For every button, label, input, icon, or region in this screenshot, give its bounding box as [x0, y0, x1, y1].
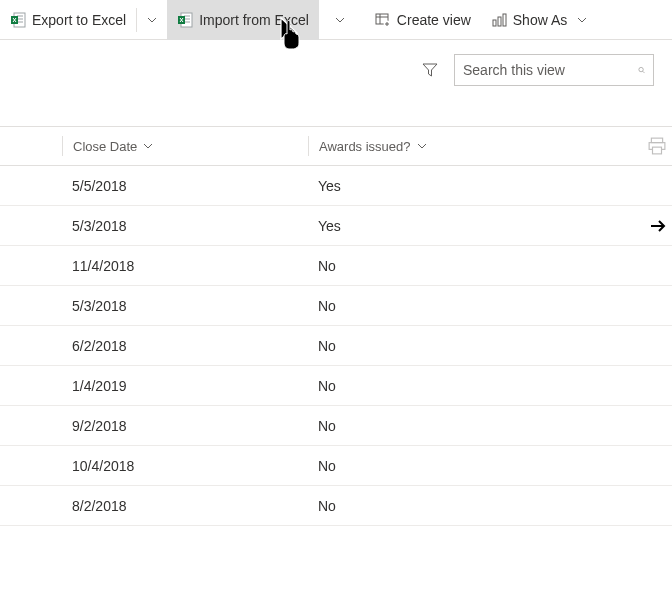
filter-button[interactable]: [418, 58, 442, 82]
export-label: Export to Excel: [32, 12, 126, 28]
export-to-excel-button[interactable]: Export to Excel: [0, 0, 136, 40]
chevron-down-icon: [335, 15, 345, 25]
show-as-button[interactable]: Show As: [481, 0, 597, 40]
cell-close-date: 9/2/2018: [62, 418, 308, 434]
search-bar: [0, 40, 672, 100]
table-row[interactable]: 1/4/2019 No: [0, 366, 672, 406]
arrow-right-icon[interactable]: [648, 216, 668, 236]
table-body: 5/5/2018 Yes 5/3/2018 Yes 11/4/2018 No 5…: [0, 166, 672, 526]
table-row[interactable]: 11/4/2018 No: [0, 246, 672, 286]
table-row[interactable]: 5/3/2018 Yes: [0, 206, 672, 246]
chevron-down-icon: [143, 141, 153, 151]
col-tail: [550, 137, 672, 155]
cell-awards-issued: No: [308, 258, 550, 274]
svg-rect-14: [493, 20, 496, 26]
import-from-excel-button[interactable]: Import from Excel: [167, 0, 319, 40]
create-view-button[interactable]: Create view: [365, 0, 481, 40]
excel-icon: [10, 12, 26, 28]
cell-close-date: 5/3/2018: [62, 298, 308, 314]
chevron-down-icon: [147, 15, 157, 25]
cell-awards-issued: No: [308, 378, 550, 394]
show-as-label: Show As: [513, 12, 567, 28]
cell-close-date: 11/4/2018: [62, 258, 308, 274]
svg-rect-16: [503, 14, 506, 26]
cell-close-date: 8/2/2018: [62, 498, 308, 514]
table-row[interactable]: 9/2/2018 No: [0, 406, 672, 446]
table-row[interactable]: 5/3/2018 No: [0, 286, 672, 326]
table-header: Close Date Awards issued?: [0, 126, 672, 166]
excel-icon: [177, 12, 193, 28]
svg-rect-15: [498, 17, 501, 26]
cell-close-date: 1/4/2019: [62, 378, 308, 394]
cell-awards-issued: No: [308, 498, 550, 514]
cell-close-date: 5/5/2018: [62, 178, 308, 194]
create-view-label: Create view: [397, 12, 471, 28]
cell-close-date: 5/3/2018: [62, 218, 308, 234]
cell-awards-issued: Yes: [308, 218, 550, 234]
cell-close-date: 10/4/2018: [62, 458, 308, 474]
cell-awards-issued: No: [308, 458, 550, 474]
svg-line-18: [643, 71, 645, 73]
command-bar: Export to Excel Import from Excel Create…: [0, 0, 672, 40]
search-icon: [638, 62, 645, 78]
close-date-header-label: Close Date: [73, 139, 137, 154]
chart-icon: [491, 12, 507, 28]
search-input[interactable]: [463, 62, 638, 78]
svg-point-17: [639, 67, 643, 71]
export-dropdown[interactable]: [137, 0, 167, 40]
cell-awards-issued: No: [308, 418, 550, 434]
awards-header-label: Awards issued?: [319, 139, 411, 154]
chevron-down-icon: [577, 15, 587, 25]
table-row[interactable]: 6/2/2018 No: [0, 326, 672, 366]
cell-close-date: 6/2/2018: [62, 338, 308, 354]
funnel-icon: [422, 62, 438, 78]
svg-rect-21: [653, 147, 662, 154]
table-row[interactable]: 10/4/2018 No: [0, 446, 672, 486]
table-row[interactable]: 5/5/2018 Yes: [0, 166, 672, 206]
column-close-date[interactable]: Close Date: [62, 136, 308, 156]
import-dropdown[interactable]: [325, 0, 355, 40]
cell-awards-issued: Yes: [308, 178, 550, 194]
search-box[interactable]: [454, 54, 654, 86]
cell-awards-issued: No: [308, 338, 550, 354]
svg-rect-19: [651, 138, 662, 143]
import-label: Import from Excel: [199, 12, 309, 28]
table-plus-icon: [375, 12, 391, 28]
chevron-down-icon: [417, 141, 427, 151]
column-awards-issued[interactable]: Awards issued?: [308, 136, 550, 156]
cell-awards-issued: No: [308, 298, 550, 314]
table-row[interactable]: 8/2/2018 No: [0, 486, 672, 526]
print-icon[interactable]: [648, 137, 666, 155]
